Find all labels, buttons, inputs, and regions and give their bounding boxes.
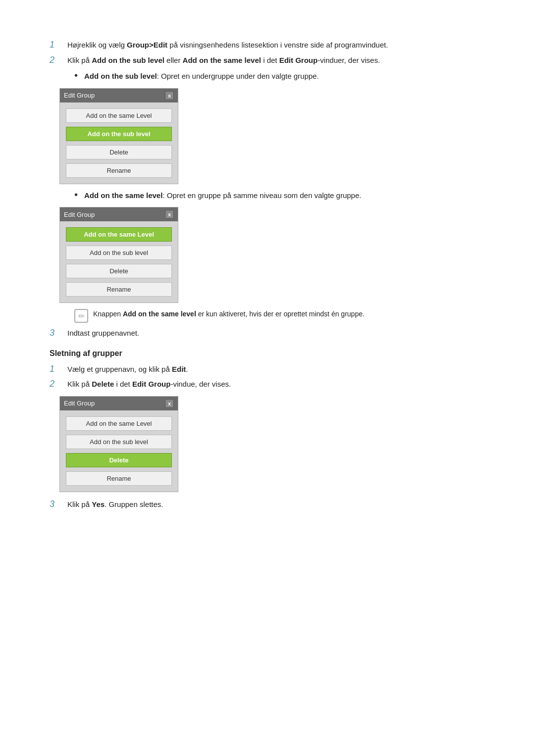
edit-group-dialog-1: Edit Group x Add on the same Level Add o…	[59, 88, 178, 184]
section2-step-number-2: 2	[50, 379, 67, 389]
dialog-btn-sub-level-3[interactable]: Add on the sub level	[66, 435, 172, 449]
dialog-btn-same-level-1[interactable]: Add on the same Level	[66, 108, 172, 123]
dialog-btn-rename-2[interactable]: Rename	[66, 282, 172, 297]
bullet-text-2: Add on the same level: Opret en gruppe p…	[84, 190, 485, 202]
step-number-2: 2	[50, 55, 67, 65]
dialog-btn-sub-level-2[interactable]: Add on the sub level	[66, 246, 172, 260]
note-row: ✏ Knappen Add on the same level er kun a…	[74, 309, 485, 323]
dialog-btn-delete-3[interactable]: Delete	[66, 453, 172, 467]
section2-step-number-3: 3	[50, 499, 67, 509]
dialog-title-2: Edit Group	[64, 211, 95, 218]
bullet-item-2: • Add on the same level: Opret en gruppe…	[74, 190, 485, 202]
step-number-3: 3	[50, 328, 67, 338]
dialog-wrapper-1: Edit Group x Add on the same Level Add o…	[59, 88, 485, 184]
dialog-title-bar-1: Edit Group x	[60, 89, 178, 102]
dialog-close-btn-3[interactable]: x	[165, 399, 174, 408]
section2-step-text-3: Klik på Yes. Gruppen slettes.	[67, 499, 485, 510]
dialog-btn-rename-3[interactable]: Rename	[66, 471, 172, 486]
dialog-body-2: Add on the same Level Add on the sub lev…	[60, 221, 178, 302]
bullet-item-1: • Add on the sub level: Opret en undergr…	[74, 71, 485, 82]
step-text-3: Indtast gruppenavnet.	[67, 328, 485, 339]
dialog-title-1: Edit Group	[64, 92, 95, 99]
step-1: 1 Højreklik og vælg Group>Edit på visnin…	[50, 40, 485, 51]
section2-step-text-2: Klik på Delete i det Edit Group-vindue, …	[67, 379, 485, 390]
dialog-body-1: Add on the same Level Add on the sub lev…	[60, 102, 178, 184]
step-2: 2 Klik på Add on the sub level eller Add…	[50, 55, 485, 66]
dialog-btn-delete-1[interactable]: Delete	[66, 145, 172, 159]
step-text-2: Klik på Add on the sub level eller Add o…	[67, 55, 485, 66]
note-icon: ✏	[74, 309, 88, 323]
bullet-dot-2: •	[74, 189, 84, 201]
section2-step-text-1: Vælg et gruppenavn, og klik på Edit.	[67, 364, 485, 375]
dialog-wrapper-3: Edit Group x Add on the same Level Add o…	[59, 396, 485, 492]
dialog-body-3: Add on the same Level Add on the sub lev…	[60, 410, 178, 492]
step-text-1: Højreklik og vælg Group>Edit på visnings…	[67, 40, 485, 51]
section2-step-1: 1 Vælg et gruppenavn, og klik på Edit.	[50, 364, 485, 375]
dialog-btn-rename-1[interactable]: Rename	[66, 163, 172, 178]
section-heading-delete: Sletning af grupper	[50, 349, 485, 358]
step-3: 3 Indtast gruppenavnet.	[50, 328, 485, 339]
dialog-wrapper-2: Edit Group x Add on the same Level Add o…	[59, 207, 485, 303]
section2-step-2: 2 Klik på Delete i det Edit Group-vindue…	[50, 379, 485, 390]
dialog-close-btn-1[interactable]: x	[165, 91, 174, 100]
section2-step-number-1: 1	[50, 364, 67, 374]
edit-group-dialog-2: Edit Group x Add on the same Level Add o…	[59, 207, 178, 303]
dialog-btn-sub-level-1[interactable]: Add on the sub level	[66, 127, 172, 141]
edit-group-dialog-3: Edit Group x Add on the same Level Add o…	[59, 396, 178, 492]
bullet-dot-1: •	[74, 70, 84, 81]
step-number-1: 1	[50, 40, 67, 50]
dialog-title-bar-2: Edit Group x	[60, 207, 178, 221]
dialog-title-3: Edit Group	[64, 400, 95, 407]
bullet-text-1: Add on the sub level: Opret en undergrup…	[84, 71, 485, 82]
dialog-close-btn-2[interactable]: x	[165, 210, 174, 219]
dialog-btn-same-level-2[interactable]: Add on the same Level	[66, 227, 172, 242]
section2-step-3: 3 Klik på Yes. Gruppen slettes.	[50, 499, 485, 510]
dialog-title-bar-3: Edit Group x	[60, 397, 178, 410]
note-text: Knappen Add on the same level er kun akt…	[93, 309, 365, 319]
dialog-btn-same-level-3[interactable]: Add on the same Level	[66, 416, 172, 431]
dialog-btn-delete-2[interactable]: Delete	[66, 264, 172, 278]
